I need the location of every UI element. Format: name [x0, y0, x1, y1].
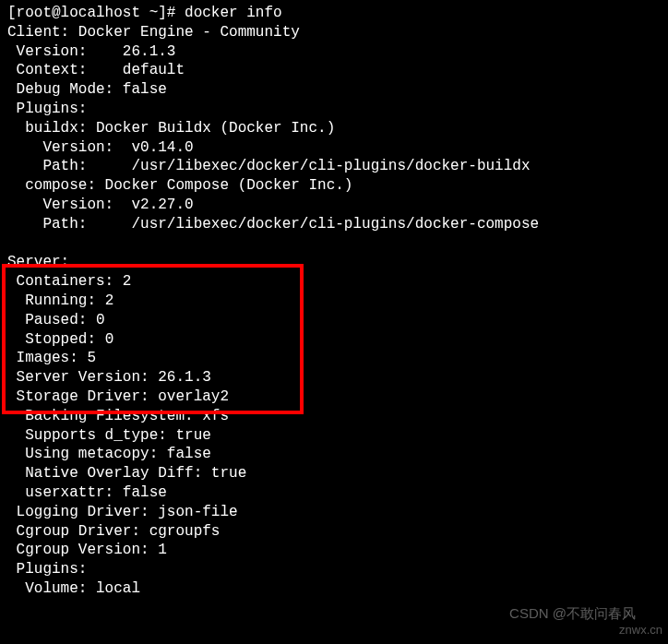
client-header: Client: Docker Engine - Community [7, 23, 661, 42]
backing-fs-value: xfs [202, 408, 229, 424]
cgroup-driver-line: Cgroup Driver: cgroupfs [7, 522, 661, 542]
native-overlay-line: Native Overlay Diff: true [7, 464, 661, 483]
client-context-value: default [123, 62, 185, 78]
compose-version-line: Version: v2.27.0 [7, 196, 661, 215]
server-version-value: 26.1.3 [158, 369, 211, 386]
buildx-header: buildx: Docker Buildx (Docker Inc.) [7, 119, 661, 138]
stopped-line: Stopped: 0 [7, 330, 661, 350]
watermark-csdn: CSDN @不敢问春风 [509, 604, 636, 623]
cgroup-version-value: 1 [158, 542, 167, 558]
logging-driver-line: Logging Driver: json-file [7, 503, 661, 522]
buildx-version-line: Version: v0.14.0 [7, 138, 661, 158]
using-metacopy-line: Using metacopy: false [7, 445, 661, 464]
logging-driver-value: json-file [158, 504, 237, 520]
userxattr-value: false [123, 484, 167, 501]
compose-header: compose: Docker Compose (Docker Inc.) [7, 176, 661, 196]
compose-path-line: Path: /usr/libexec/docker/cli-plugins/do… [7, 215, 661, 234]
client-plugins-header: Plugins: [7, 100, 661, 119]
watermark-znwx: znwx.cn [619, 623, 662, 638]
command-text: docker info [185, 5, 282, 21]
buildx-path-line: Path: /usr/libexec/docker/cli-plugins/do… [7, 157, 661, 176]
native-overlay-value: true [211, 465, 246, 482]
stopped-value: 0 [105, 331, 114, 348]
paused-line: Paused: 0 [7, 311, 661, 330]
client-version-line: Version: 26.1.3 [7, 42, 661, 62]
running-value: 2 [105, 292, 114, 309]
volume-value: local [96, 580, 140, 597]
server-version-line: Server Version: 26.1.3 [7, 368, 661, 388]
compose-path-value: /usr/libexec/docker/cli-plugins/docker-c… [131, 216, 539, 233]
cgroup-version-line: Cgroup Version: 1 [7, 541, 661, 560]
containers-line: Containers: 2 [7, 272, 661, 292]
buildx-version-value: v0.14.0 [131, 139, 193, 156]
images-value: 5 [87, 350, 96, 366]
paused-value: 0 [96, 312, 105, 328]
storage-driver-value: overlay2 [158, 388, 229, 405]
running-line: Running: 2 [7, 292, 661, 311]
compose-version-value: v2.27.0 [131, 197, 193, 213]
client-debug-line: Debug Mode: false [7, 80, 661, 100]
server-plugins-header: Plugins: [7, 560, 661, 579]
supports-dtype-line: Supports d_type: true [7, 426, 661, 446]
client-debug-value: false [123, 81, 167, 98]
client-context-line: Context: default [7, 61, 661, 80]
using-metacopy-value: false [167, 446, 211, 462]
supports-dtype-value: true [175, 427, 210, 444]
buildx-path-value: /usr/libexec/docker/cli-plugins/docker-b… [131, 158, 530, 174]
images-line: Images: 5 [7, 349, 661, 368]
volume-line: Volume: local [7, 579, 661, 599]
userxattr-line: userxattr: false [7, 483, 661, 503]
prompt-line[interactable]: [root@localhost ~]# docker info [7, 4, 661, 23]
backing-fs-line: Backing Filesystem: xfs [7, 407, 661, 426]
server-header: Server: [7, 253, 661, 272]
containers-value: 2 [123, 273, 132, 290]
storage-driver-line: Storage Driver: overlay2 [7, 388, 661, 407]
blank-line [7, 234, 661, 254]
shell-prompt: [root@localhost ~]# [7, 5, 185, 21]
cgroup-driver-value: cgroupfs [149, 523, 221, 540]
client-version-value: 26.1.3 [123, 43, 176, 60]
